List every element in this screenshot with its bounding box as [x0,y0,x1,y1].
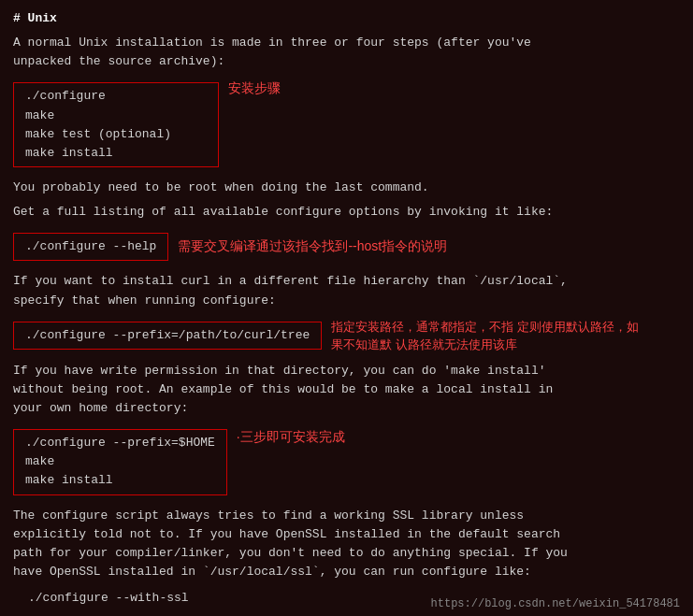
block3-row: ./configure --prefix=/path/to/curl/tree … [13,318,680,354]
line2: Get a full listing of all available conf… [13,203,680,222]
line3: If you want to install curl in a differe… [13,272,680,309]
block5-indent: ./configure --with-ssl [28,589,189,608]
block3-code: ./configure --prefix=/path/to/curl/tree [25,328,310,342]
block4-annotation: ·三步即可安装完成 [237,427,345,448]
code-block-2: ./configure --help [13,233,168,261]
line5: The configure script always tries to fin… [13,507,680,582]
block1-line4: make install [25,144,207,163]
block1-annotation: 安装步骤 [228,79,281,99]
block5-code: ./configure --with-ssl [28,591,189,605]
block1-line1: ./configure [25,87,207,106]
code-block-3: ./configure --prefix=/path/to/curl/tree [13,322,322,350]
heading: # Unix [13,9,680,28]
intro: A normal Unix installation is made in th… [13,34,680,71]
block2-code: ./configure --help [25,239,156,253]
block2-row: ./configure --help 需要交叉编译通过该指令找到--host指令… [13,229,680,265]
block3-annotation: 指定安装路径，通常都指定，不指 定则使用默认路径，如果不知道默 认路径就无法使用… [331,318,640,354]
url-line: https://blog.csdn.net/weixin_54178481 [431,597,680,610]
line1: You probably need to be root when doing … [13,179,680,197]
code-block-4: ./configure --prefix=$HOME make make ins… [13,429,227,494]
block4-line2: make [25,452,215,471]
terminal: # Unix A normal Unix installation is mad… [0,0,693,616]
block1-row: ./configure make make test (optional) ma… [13,79,680,171]
code-block-1: ./configure make make test (optional) ma… [13,82,219,167]
block1-line2: make [25,107,207,125]
block4-line3: make install [25,471,215,490]
block4-row: ./configure --prefix=$HOME make make ins… [13,425,680,498]
line4: If you have write permission in that dir… [13,362,680,418]
block2-annotation: 需要交叉编译通过该指令找到--host指令的说明 [178,236,447,257]
block1-line3: make test (optional) [25,125,207,144]
block4-line1: ./configure --prefix=$HOME [25,434,215,452]
